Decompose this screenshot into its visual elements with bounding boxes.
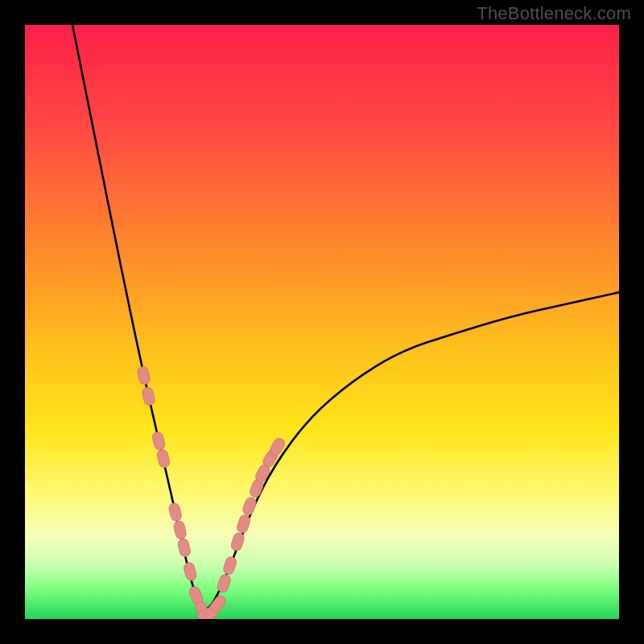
curve-marker: [168, 502, 183, 522]
curve-marker: [236, 514, 251, 534]
curve-marker: [173, 520, 188, 539]
curve-markers: [137, 365, 287, 619]
bottleneck-curve-svg: [25, 25, 619, 619]
curve-marker: [230, 532, 246, 552]
curve-marker: [156, 449, 170, 469]
chart-frame: TheBottleneck.com: [0, 0, 644, 644]
curve-marker: [142, 386, 156, 406]
watermark-text: TheBottleneck.com: [477, 3, 631, 24]
curve-marker: [151, 431, 166, 451]
curve-marker: [217, 573, 232, 593]
curve-marker: [137, 365, 151, 385]
bottleneck-curve: [72, 25, 619, 609]
curve-marker: [222, 555, 237, 576]
curve-marker: [242, 496, 258, 516]
plot-area: [25, 25, 619, 619]
curve-marker: [177, 538, 192, 557]
curve-marker: [183, 562, 197, 581]
